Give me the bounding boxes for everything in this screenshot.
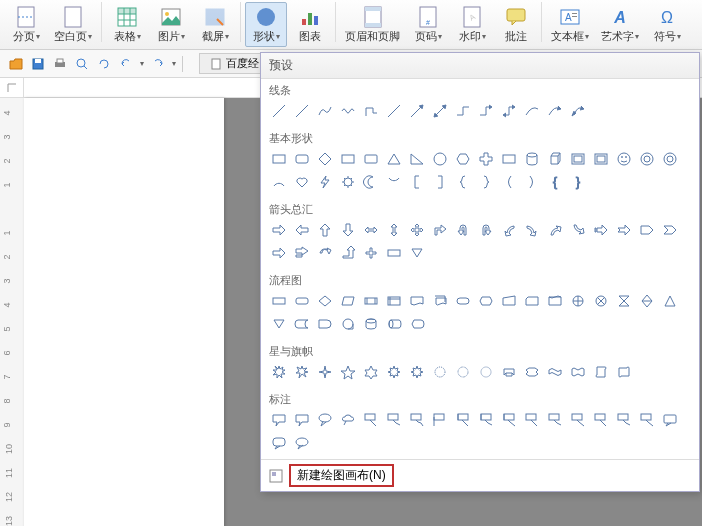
shape-star16[interactable]	[430, 362, 450, 382]
shape-hscroll[interactable]	[614, 362, 634, 382]
shape-leftright[interactable]	[361, 220, 381, 240]
shape-accent1[interactable]	[453, 410, 473, 430]
open-icon[interactable]	[8, 56, 24, 72]
shape-curve[interactable]	[522, 101, 542, 121]
shape-uturn-r[interactable]	[476, 220, 496, 240]
redo-dropdown[interactable]: ▾	[172, 59, 176, 68]
shape-accent3[interactable]	[499, 410, 519, 430]
shape-arc2[interactable]	[384, 172, 404, 192]
shape-striped[interactable]	[591, 220, 611, 240]
shape-triangle[interactable]	[384, 149, 404, 169]
toolbar-comment[interactable]: 批注	[495, 2, 537, 47]
shape-manual[interactable]	[499, 291, 519, 311]
shape-multi[interactable]	[430, 291, 450, 311]
shape-ribbon[interactable]	[499, 362, 519, 382]
shape-accent2[interactable]	[476, 410, 496, 430]
shape-curved-d[interactable]	[568, 220, 588, 240]
shape-bent-up[interactable]	[338, 243, 358, 263]
toolbar-symbol[interactable]: Ω符号▾	[646, 2, 688, 47]
shape-up[interactable]	[315, 220, 335, 240]
shape-diamond[interactable]	[315, 149, 335, 169]
shape-hexagon[interactable]	[453, 149, 473, 169]
shape-direct[interactable]	[384, 314, 404, 334]
shape-process[interactable]	[384, 243, 404, 263]
shape-or[interactable]	[568, 291, 588, 311]
shape-border3[interactable]	[568, 410, 588, 430]
shape-arrow-r[interactable]	[269, 243, 289, 263]
shape-star5[interactable]	[338, 362, 358, 382]
shape-cloud[interactable]	[338, 410, 358, 430]
shape-line-callout3[interactable]	[407, 410, 427, 430]
shape-seq[interactable]	[338, 314, 358, 334]
toolbar-chart[interactable]: 图表	[289, 2, 331, 47]
shape-cube[interactable]	[545, 149, 565, 169]
shape-updown[interactable]	[384, 220, 404, 240]
toolbar-shape[interactable]: 形状▾	[245, 2, 287, 47]
shape-stored[interactable]	[292, 314, 312, 334]
shape-curved-l[interactable]	[499, 220, 519, 240]
shape-star32[interactable]	[476, 362, 496, 382]
shape-down[interactable]	[338, 220, 358, 240]
shape-rect3[interactable]	[361, 149, 381, 169]
toolbar-wordart[interactable]: A艺术字▾	[596, 2, 644, 47]
shape-don[interactable]	[660, 149, 680, 169]
shape-callout-r[interactable]	[292, 243, 312, 263]
shape-alt[interactable]	[292, 291, 312, 311]
shape-elbow[interactable]	[453, 101, 473, 121]
shape-angle-line[interactable]	[384, 101, 404, 121]
shape-bent[interactable]	[430, 220, 450, 240]
shape-process[interactable]	[269, 291, 289, 311]
shape-plus[interactable]	[476, 149, 496, 169]
shape-line-callout2[interactable]	[384, 410, 404, 430]
undo-dropdown[interactable]: ▾	[140, 59, 144, 68]
shape-accent-b3[interactable]	[637, 410, 657, 430]
shape-internal[interactable]	[384, 291, 404, 311]
panel-footer[interactable]: 新建绘图画布(N)	[261, 459, 699, 491]
shape-punched[interactable]	[545, 291, 565, 311]
shape-curved-arrow[interactable]	[315, 243, 335, 263]
shape-cylinder[interactable]	[522, 149, 542, 169]
shape-data[interactable]	[338, 291, 358, 311]
print-icon[interactable]	[52, 56, 68, 72]
shape-bevel[interactable]	[568, 149, 588, 169]
shape-sum[interactable]	[591, 291, 611, 311]
shape-chevron[interactable]	[660, 220, 680, 240]
shape-rbracket[interactable]	[430, 172, 450, 192]
shape-curved-r[interactable]	[522, 220, 542, 240]
shape-left[interactable]	[292, 220, 312, 240]
shape-accent-b2[interactable]	[614, 410, 634, 430]
shape-explosion2[interactable]	[292, 362, 312, 382]
shape-lcurly[interactable]: {	[545, 172, 565, 192]
toolbar-table[interactable]: 表格▾	[106, 2, 148, 47]
toolbar-header-footer[interactable]: 页眉和页脚	[340, 2, 405, 47]
shape-border1[interactable]	[522, 410, 542, 430]
shape-rtriangle[interactable]	[407, 149, 427, 169]
shape-star6[interactable]	[361, 362, 381, 382]
shape-document[interactable]	[407, 291, 427, 311]
shape-curve-s[interactable]	[315, 101, 335, 121]
shape-explosion1[interactable]	[269, 362, 289, 382]
shape-merge[interactable]	[407, 243, 427, 263]
shape-notched[interactable]	[614, 220, 634, 240]
shape-lbracket[interactable]	[407, 172, 427, 192]
shape-curved-u[interactable]	[545, 220, 565, 240]
shape-smiley[interactable]	[614, 149, 634, 169]
shape-magnetic[interactable]	[361, 314, 381, 334]
shape-elbow-double[interactable]	[499, 101, 519, 121]
shape-quad[interactable]	[407, 220, 427, 240]
shape-star24[interactable]	[453, 362, 473, 382]
shape-elbow-arrow[interactable]	[476, 101, 496, 121]
shape-uturn-l[interactable]	[453, 220, 473, 240]
refresh-icon[interactable]	[96, 56, 112, 72]
toolbar-textbox[interactable]: A文本框▾	[546, 2, 594, 47]
shape-lparen[interactable]	[499, 172, 519, 192]
shape-rect[interactable]	[269, 149, 289, 169]
shape-line[interactable]	[292, 101, 312, 121]
shape-rbrace[interactable]	[476, 172, 496, 192]
document-page[interactable]	[24, 98, 224, 526]
shape-card[interactable]	[522, 291, 542, 311]
shape-bolt[interactable]	[315, 172, 335, 192]
shape-r3[interactable]	[292, 433, 312, 453]
shape-rcurly[interactable]: }	[568, 172, 588, 192]
shape-wave[interactable]	[545, 362, 565, 382]
